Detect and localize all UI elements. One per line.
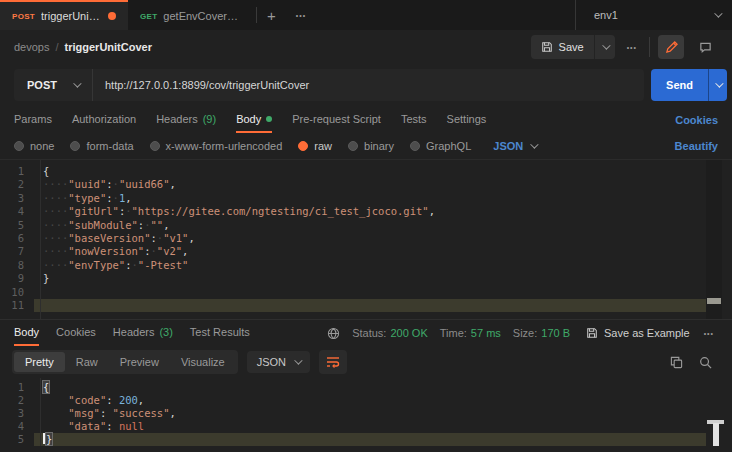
status-label: Status: xyxy=(352,327,386,339)
comment-icon xyxy=(699,41,712,54)
code-line: 1{ xyxy=(0,381,706,394)
code-line: 3····"type":·1, xyxy=(0,192,706,205)
body-type-none[interactable]: none xyxy=(14,140,54,152)
response-tab-body[interactable]: Body xyxy=(14,320,39,346)
line-number: 9 xyxy=(0,272,34,285)
new-tab-button[interactable]: + xyxy=(257,0,286,30)
scrollbar-thumb[interactable] xyxy=(713,423,719,446)
tab-authorization[interactable]: Authorization xyxy=(72,106,136,133)
save-button-label: Save xyxy=(559,41,584,53)
environment-selector[interactable]: env1 xyxy=(575,0,732,30)
code-line: 5····"subModule":·"", xyxy=(0,219,706,232)
chevron-down-icon xyxy=(602,41,610,49)
response-tab-test-results[interactable]: Test Results xyxy=(190,320,250,346)
tab-tests[interactable]: Tests xyxy=(401,106,427,133)
code-line: 10 xyxy=(0,286,706,299)
radio-icon xyxy=(14,141,24,151)
breadcrumb-collection[interactable]: devops xyxy=(14,41,49,53)
line-number: 5 xyxy=(0,219,34,232)
status-value: 200 OK xyxy=(390,327,427,339)
code-line: 1{ xyxy=(0,165,706,178)
tab-pre-request-script[interactable]: Pre-request Script xyxy=(292,106,381,133)
line-number: 3 xyxy=(0,192,34,205)
line-number: 10 xyxy=(0,286,34,299)
line-number: 6 xyxy=(0,232,34,245)
beautify-link[interactable]: Beautify xyxy=(675,140,718,152)
radio-icon-selected xyxy=(298,141,308,151)
postman-window: POST triggerUnitCover GET getEnvCoverRes… xyxy=(0,0,732,452)
response-language-value: JSON xyxy=(257,356,286,368)
radio-icon xyxy=(410,141,420,151)
tab-settings[interactable]: Settings xyxy=(447,106,487,133)
view-visualize[interactable]: Visualize xyxy=(170,352,236,372)
send-button[interactable]: Send xyxy=(651,69,727,101)
view-preview[interactable]: Preview xyxy=(109,352,170,372)
tab-headers[interactable]: Headers (9) xyxy=(156,106,216,133)
environment-name: env1 xyxy=(594,9,618,21)
send-button-label[interactable]: Send xyxy=(651,69,708,101)
line-number: 4 xyxy=(0,420,34,433)
view-mode-control: Pretty Raw Preview Visualize xyxy=(12,350,238,374)
request-more-actions-button[interactable]: ••• xyxy=(623,44,641,51)
comments-button[interactable] xyxy=(692,35,718,59)
response-tab-cookies[interactable]: Cookies xyxy=(56,320,96,346)
save-icon xyxy=(541,41,553,53)
cookies-link[interactable]: Cookies xyxy=(675,114,718,126)
method-selector[interactable]: POST xyxy=(14,69,93,101)
method-value: POST xyxy=(27,79,57,91)
search-icon[interactable] xyxy=(699,356,712,369)
send-options-button[interactable] xyxy=(708,69,727,101)
view-raw[interactable]: Raw xyxy=(65,352,109,372)
body-has-content-dot xyxy=(266,116,272,122)
documentation-button[interactable] xyxy=(658,35,684,59)
wrap-lines-button[interactable] xyxy=(319,350,347,374)
body-type-x-www-form-urlencoded[interactable]: x-www-form-urlencoded xyxy=(150,140,283,152)
tab-body[interactable]: Body xyxy=(236,106,272,133)
breadcrumb-request-name[interactable]: triggerUnitCover xyxy=(65,41,152,53)
radio-icon xyxy=(150,141,160,151)
tab-triggerUnitCover[interactable]: POST triggerUnitCover xyxy=(0,0,128,30)
body-type-form-data[interactable]: form-data xyxy=(70,140,133,152)
chevron-down-icon xyxy=(73,79,81,87)
line-number: 8 xyxy=(0,259,34,272)
save-options-button[interactable] xyxy=(594,35,615,59)
code-line: 2 "code": 200, xyxy=(0,394,706,407)
tab-options-button[interactable]: ••• xyxy=(286,0,316,30)
radio-icon xyxy=(70,141,80,151)
view-pretty[interactable]: Pretty xyxy=(14,352,65,372)
response-more-actions-button[interactable]: ••• xyxy=(700,330,718,337)
tab-method-post: POST xyxy=(12,12,35,21)
save-button[interactable]: Save xyxy=(531,35,615,59)
copy-icon[interactable] xyxy=(670,356,683,369)
request-body-editor[interactable]: 1{2····"uuid":·"uuid66",3····"type":·1,4… xyxy=(0,159,732,319)
line-number: 1 xyxy=(0,381,34,394)
language-value: JSON xyxy=(493,140,523,152)
tab-getEnvCoverResult[interactable]: GET getEnvCoverResult xyxy=(128,0,256,30)
response-tabs: Body Cookies Headers (3) Test Results St… xyxy=(0,320,732,346)
code-line: 9} xyxy=(0,272,706,285)
save-icon xyxy=(586,327,598,339)
url-input-container: POST http://127.0.0.1:8899/cov/triggerUn… xyxy=(14,69,644,101)
scrollbar-track[interactable] xyxy=(706,160,722,319)
request-config-tabs: Params Authorization Headers (9) Body Pr… xyxy=(0,106,732,133)
tab-title: getEnvCoverResult xyxy=(163,10,244,22)
response-headers-count: (3) xyxy=(159,326,172,338)
response-tab-headers[interactable]: Headers (3) xyxy=(113,320,173,346)
wrap-text-icon xyxy=(326,356,340,368)
save-as-example-button[interactable]: Save as Example xyxy=(586,327,690,339)
body-type-binary[interactable]: binary xyxy=(348,140,394,152)
url-input[interactable]: http://127.0.0.1:8899/cov/triggerUnitCov… xyxy=(93,79,321,91)
request-header: devops / triggerUnitCover Save ••• xyxy=(0,30,732,64)
response-language-selector[interactable]: JSON xyxy=(247,351,310,373)
tab-params[interactable]: Params xyxy=(14,106,52,133)
body-type-graphql[interactable]: GraphQL xyxy=(410,140,471,152)
body-type-raw[interactable]: raw xyxy=(298,140,332,152)
scrollbar-cursor-marker xyxy=(707,298,721,304)
globe-icon[interactable] xyxy=(327,327,340,340)
response-body-editor[interactable]: 1{2 "code": 200,3 "msg": "success",4 "da… xyxy=(0,378,732,446)
code-line: 5} xyxy=(0,433,706,446)
response-pane: Body Cookies Headers (3) Test Results St… xyxy=(0,319,732,446)
raw-language-selector[interactable]: JSON xyxy=(493,140,536,152)
tab-method-get: GET xyxy=(140,12,157,21)
code-line: 4 "data": null xyxy=(0,420,706,433)
